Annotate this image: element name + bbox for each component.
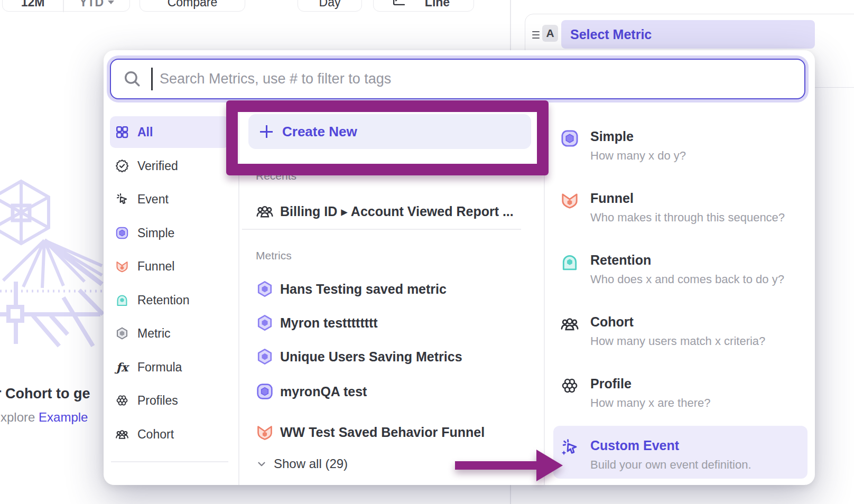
metric-item-row[interactable]: Myron testttttttt: [256, 311, 378, 334]
date-range-segmented-control[interactable]: 12M YTD: [2, 0, 130, 12]
metric-item-label: Hans Testing saved metric: [280, 282, 447, 297]
sidebar-item-profiles[interactable]: Profiles: [110, 385, 229, 416]
metric-type-profile[interactable]: Profile How many x are there?: [560, 376, 809, 410]
search-field-wrap: [110, 59, 805, 99]
metric-item-label: Unique Users Saving Metrics: [280, 349, 462, 365]
metric-type-title: Custom Event: [590, 438, 751, 453]
sidebar-item-verified[interactable]: Verified: [110, 150, 229, 182]
sidebar-item-all[interactable]: All: [110, 116, 229, 148]
metric-type-text: Cohort How many users match x criteria?: [590, 314, 765, 348]
formula-icon: ƒx: [115, 360, 129, 374]
explore-line: xplore Example: [1, 410, 88, 425]
metric-type-custom-event[interactable]: Custom Event Build your own event defini…: [560, 438, 809, 472]
sidebar-item-funnel[interactable]: Funnel: [110, 250, 229, 282]
sidebar-item-label: Metric: [137, 326, 171, 341]
sidebar-item-formula[interactable]: ƒx Formula: [110, 351, 229, 383]
metric-type-simple[interactable]: Simple How many x do y?: [560, 129, 809, 163]
metric-type-subtitle: How many x do y?: [590, 149, 686, 163]
line-label: Line: [400, 0, 475, 10]
caret-down-icon: [108, 1, 114, 4]
range-ytd-button[interactable]: YTD: [63, 0, 131, 10]
sidebar-item-cohort[interactable]: Cohort: [110, 418, 229, 450]
compare-label: Compare: [140, 0, 245, 10]
sidebar-item-metric[interactable]: Metric: [110, 318, 229, 349]
app-window: 12M YTD Compare Day Line r Cohort to ge: [0, 0, 854, 504]
sidebar-item-label: Event: [137, 192, 169, 207]
simple-metric-icon: [560, 129, 579, 148]
grid-icon: [115, 125, 129, 139]
saved-metric-hexagon-icon: [256, 314, 274, 332]
saved-metric-hexagon-icon: [256, 348, 274, 366]
metric-item-row[interactable]: myronQA test: [256, 380, 367, 403]
annotation-arrow-shaft: [455, 461, 537, 470]
verified-badge-icon: [115, 159, 129, 173]
show-all-toggle[interactable]: Show all (29): [256, 452, 348, 475]
metric-type-title: Cohort: [590, 314, 765, 329]
empty-state-headline-fragment: r Cohort to ge: [0, 386, 90, 402]
recent-item-label: Billing ID ▸ Account Viewed Report ...: [280, 204, 514, 219]
metric-item-label: WW Test Saved Behavior Funnel: [280, 425, 485, 440]
sidebar-item-retention[interactable]: Retention: [110, 284, 229, 316]
explore-text: xplore: [1, 410, 35, 424]
example-link[interactable]: Example: [39, 410, 88, 424]
retention-icon: [560, 253, 579, 272]
annotation-highlight-rectangle: [226, 100, 549, 175]
sidebar-item-simple[interactable]: Simple: [110, 217, 229, 249]
metric-item-label: Myron testttttttt: [280, 315, 378, 331]
metric-type-title: Funnel: [590, 191, 785, 206]
metric-type-cohort[interactable]: Cohort How many users match x criteria?: [560, 314, 809, 348]
day-interval-button[interactable]: Day: [298, 0, 362, 12]
metric-type-funnel[interactable]: Funnel Who makes it through this sequenc…: [560, 191, 809, 225]
funnel-icon: [115, 259, 129, 273]
text-cursor: [151, 68, 153, 90]
sidebar-item-partial[interactable]: T: [110, 477, 229, 485]
metric-type-text: Funnel Who makes it through this sequenc…: [590, 191, 785, 225]
range-ytd-label: YTD: [79, 0, 104, 10]
line-chart-type-button[interactable]: Line: [373, 0, 474, 12]
cohort-people-icon: [256, 202, 274, 220]
sidebar-divider: [111, 461, 228, 462]
metric-item-row[interactable]: WW Test Saved Behavior Funnel: [256, 421, 485, 444]
sidebar-item-label: Formula: [137, 360, 182, 375]
simple-metric-icon: [256, 382, 274, 400]
select-metric-label: Select Metric: [570, 20, 652, 49]
saved-metric-hexagon-icon: [256, 280, 274, 298]
profiles-flower-icon: [560, 376, 579, 395]
metrics-heading: Metrics: [256, 249, 292, 262]
sidebar-item-label: Simple: [137, 226, 174, 240]
profiles-flower-icon: [115, 394, 129, 407]
range-12m-button[interactable]: 12M: [3, 0, 63, 10]
metric-type-text: Custom Event Build your own event defini…: [590, 438, 751, 472]
metric-item-row[interactable]: Unique Users Saving Metrics: [256, 345, 462, 368]
search-input[interactable]: [110, 59, 805, 99]
day-label: Day: [298, 0, 361, 10]
metric-type-subtitle: How many x are there?: [590, 396, 710, 410]
retention-icon: [115, 293, 129, 307]
series-badge: A: [542, 25, 558, 42]
sidebar-item-label: Retention: [137, 293, 189, 307]
metric-item-label: myronQA test: [280, 384, 367, 399]
drag-handle-icon[interactable]: [532, 31, 540, 41]
cohort-people-icon: [115, 427, 129, 441]
show-all-label: Show all (29): [274, 456, 348, 471]
metric-type-retention[interactable]: Retention Who does x and comes back to d…: [560, 253, 809, 286]
recents-divider: [242, 229, 521, 230]
cohort-people-icon: [560, 314, 579, 333]
select-metric-field[interactable]: Select Metric: [561, 20, 815, 49]
funnel-icon: [560, 191, 579, 210]
wireframe-illustration: [0, 176, 104, 353]
metric-type-text: Simple How many x do y?: [590, 129, 686, 163]
chevron-down-icon: [256, 458, 267, 470]
metric-item-row[interactable]: Hans Testing saved metric: [256, 277, 447, 301]
metric-type-text: Retention Who does x and comes back to d…: [590, 253, 784, 286]
sidebar-item-event[interactable]: Event: [110, 183, 229, 215]
metric-type-title: Profile: [590, 376, 710, 391]
metric-type-subtitle: Build your own event definition.: [590, 458, 751, 472]
sidebar-item-label: Funnel: [137, 259, 174, 274]
compare-button[interactable]: Compare: [140, 0, 245, 12]
recent-item-row[interactable]: Billing ID ▸ Account Viewed Report ...: [256, 200, 514, 223]
metric-hexagon-icon: [115, 326, 129, 340]
sidebar-item-label: Profiles: [137, 394, 178, 408]
custom-event-cursor-icon: [560, 438, 579, 457]
metric-type-subtitle: How many users match x criteria?: [590, 334, 765, 348]
